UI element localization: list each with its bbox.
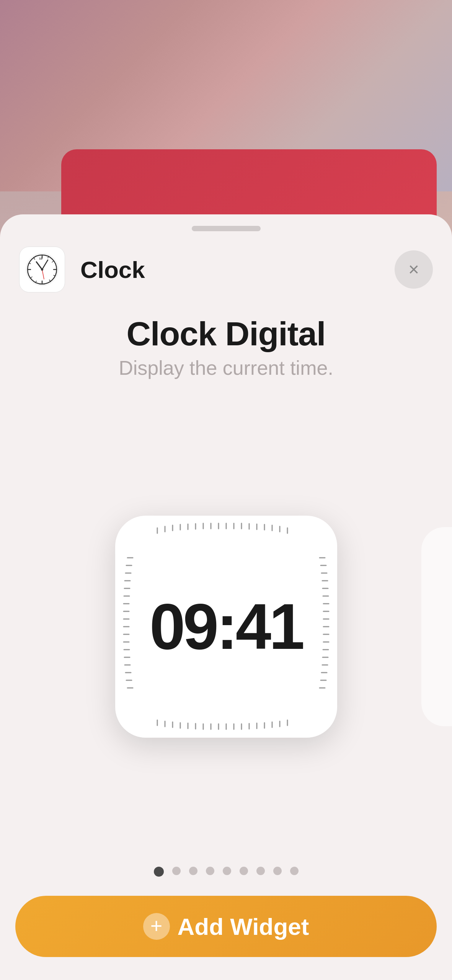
- dot-3[interactable]: [189, 867, 197, 875]
- svg-text:10: 10: [39, 257, 42, 260]
- digital-time-display: 09:41: [150, 590, 303, 664]
- add-widget-button[interactable]: + Add Widget: [15, 896, 437, 957]
- close-button[interactable]: ×: [395, 250, 433, 289]
- close-icon: ×: [408, 260, 419, 279]
- add-widget-label: Add Widget: [178, 913, 309, 940]
- plus-icon: +: [150, 915, 163, 936]
- dot-2[interactable]: [172, 867, 181, 875]
- dot-5[interactable]: [223, 867, 231, 875]
- bottom-sheet: 10 Clock × Clock Digital Display the cur…: [0, 214, 452, 980]
- dot-1[interactable]: [154, 867, 164, 877]
- dot-9[interactable]: [290, 867, 299, 875]
- app-name-label: Clock: [80, 256, 395, 283]
- widget-preview: 09:41: [115, 516, 337, 738]
- widget-title: Clock Digital: [119, 315, 333, 353]
- widget-subtitle: Display the current time.: [119, 356, 333, 379]
- page-dots: [154, 867, 299, 877]
- dot-4[interactable]: [206, 867, 214, 875]
- dot-8[interactable]: [273, 867, 282, 875]
- dot-6[interactable]: [240, 867, 248, 875]
- widget-title-section: Clock Digital Display the current time.: [96, 300, 356, 387]
- dot-7[interactable]: [256, 867, 265, 875]
- widget-carousel[interactable]: 09:41: [0, 387, 452, 867]
- next-widget-peek: [421, 527, 452, 726]
- plus-circle-icon: +: [143, 913, 170, 940]
- clock-app-icon-svg: 10: [23, 250, 61, 289]
- svg-point-18: [41, 268, 43, 271]
- sheet-handle[interactable]: [192, 226, 261, 231]
- sheet-header: 10 Clock ×: [0, 231, 452, 300]
- app-icon: 10: [19, 247, 65, 292]
